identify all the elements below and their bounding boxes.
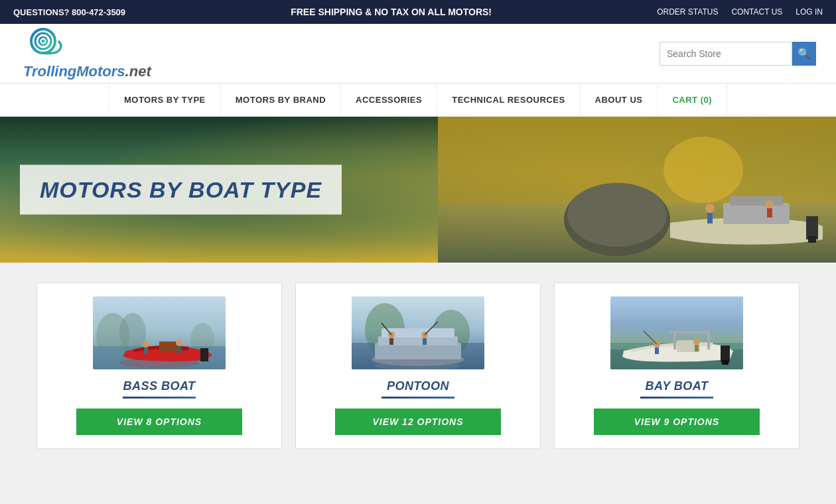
search-area: 🔍 <box>660 42 816 66</box>
svg-rect-49 <box>707 334 710 349</box>
svg-rect-51 <box>721 346 730 362</box>
card-bass-boat: BASS BOAT VIEW 8 OPTIONS <box>36 283 282 449</box>
pontoon-divider <box>382 397 454 399</box>
promo-text: FREE SHIPPING & NO TAX ON ALL MOTORS! <box>291 7 492 17</box>
hero-title-box: MOTORS BY BOAT TYPE <box>20 165 342 215</box>
nav-motors-by-type[interactable]: MOTORS BY TYPE <box>109 83 221 116</box>
search-icon: 🔍 <box>798 47 811 60</box>
svg-rect-11 <box>806 216 818 239</box>
nav-cart[interactable]: CART (0) <box>658 83 727 116</box>
svg-point-5 <box>663 137 743 203</box>
logo-text: TrollingMotors.net <box>23 63 151 80</box>
log-in-link[interactable]: LOG IN <box>796 7 823 17</box>
svg-rect-52 <box>722 360 729 365</box>
svg-rect-54 <box>655 347 659 354</box>
logo-icon <box>20 27 66 63</box>
svg-point-8 <box>567 183 667 247</box>
svg-rect-41 <box>423 338 427 345</box>
svg-point-56 <box>693 338 700 345</box>
pontoon-image <box>352 296 484 369</box>
hero-title: MOTORS BY BOAT TYPE <box>40 177 322 203</box>
top-bar-links: ORDER STATUS CONTACT US LOG IN <box>657 7 823 17</box>
bay-boat-title: BAY BOAT <box>645 379 708 393</box>
svg-rect-14 <box>707 213 713 223</box>
nav-about-us[interactable]: ABOUT US <box>581 83 658 116</box>
phone-number: QUESTIONS? 800-472-3509 <box>13 7 125 17</box>
search-input[interactable] <box>660 42 792 66</box>
bass-boat-image <box>93 296 226 369</box>
svg-rect-24 <box>144 347 148 354</box>
card-bay-boat: BAY BOAT VIEW 9 OPTIONS <box>554 283 800 449</box>
svg-rect-12 <box>808 236 816 243</box>
bay-boat-divider <box>640 397 713 399</box>
pontoon-button[interactable]: VIEW 12 OPTIONS <box>335 409 501 435</box>
nav-accessories[interactable]: ACCESSORIES <box>341 83 437 116</box>
nav-technical-resources[interactable]: TECHNICAL RESOURCES <box>437 83 580 116</box>
hero-banner: MOTORS BY BOAT TYPE <box>0 117 836 263</box>
bass-boat-button[interactable]: VIEW 8 OPTIONS <box>76 409 242 435</box>
svg-rect-27 <box>200 348 208 361</box>
svg-point-3 <box>42 40 45 43</box>
svg-rect-47 <box>670 331 710 334</box>
svg-point-28 <box>119 357 199 368</box>
bay-boat-button[interactable]: VIEW 9 OPTIONS <box>594 409 760 435</box>
cards-grid: BASS BOAT VIEW 8 OPTIONS <box>20 283 816 449</box>
bass-boat-divider <box>123 397 196 399</box>
card-pontoon: PONTOON VIEW 12 OPTIONS <box>295 283 541 449</box>
logo-area[interactable]: TrollingMotors.net <box>20 27 151 80</box>
top-bar: QUESTIONS? 800-472-3509 FREE SHIPPING & … <box>0 0 836 24</box>
bay-boat-image <box>610 296 743 369</box>
svg-point-13 <box>705 204 715 213</box>
contact-us-link[interactable]: CONTACT US <box>731 7 782 17</box>
svg-rect-9 <box>723 203 790 224</box>
svg-rect-38 <box>389 338 393 345</box>
nav-motors-by-brand[interactable]: MOTORS BY BRAND <box>221 83 341 116</box>
order-status-link[interactable]: ORDER STATUS <box>657 7 718 17</box>
svg-rect-48 <box>673 334 676 349</box>
svg-rect-16 <box>767 208 772 218</box>
svg-point-23 <box>143 341 149 347</box>
bass-boat-title: BASS BOAT <box>123 379 195 393</box>
svg-point-15 <box>766 200 774 208</box>
search-button[interactable]: 🔍 <box>792 42 816 66</box>
main-nav: MOTORS BY TYPE MOTORS BY BRAND ACCESSORI… <box>0 84 836 117</box>
header: TrollingMotors.net 🔍 <box>0 24 836 84</box>
hero-boat-illustration <box>438 117 836 263</box>
svg-rect-57 <box>695 345 699 351</box>
pontoon-title: PONTOON <box>387 379 449 393</box>
svg-rect-10 <box>730 196 783 206</box>
svg-rect-26 <box>177 346 181 353</box>
svg-point-25 <box>176 340 182 346</box>
main-content: BASS BOAT VIEW 8 OPTIONS <box>0 263 836 504</box>
